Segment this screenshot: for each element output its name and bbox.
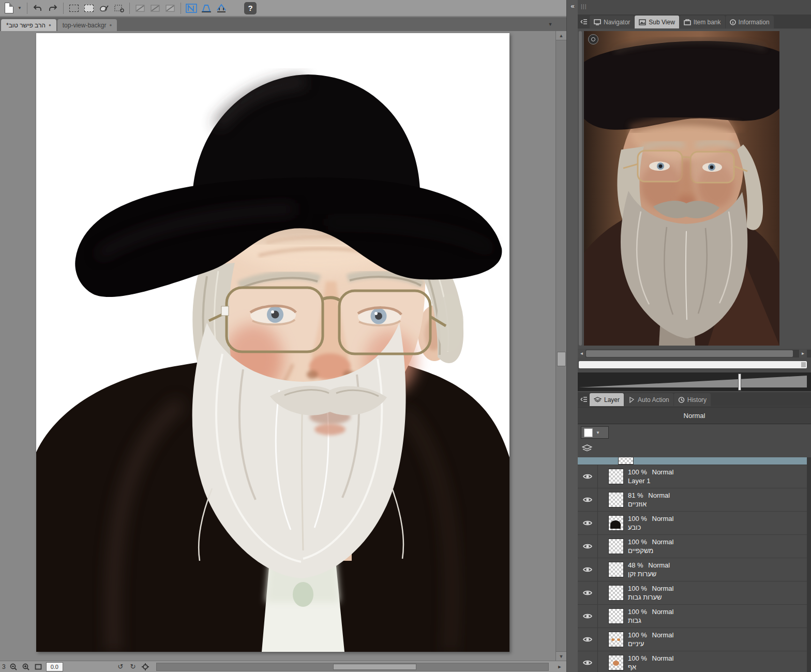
layer-visibility-toggle[interactable] — [578, 628, 598, 651]
scroll-left-button[interactable]: ◄ — [578, 350, 585, 357]
rotation-angle-field[interactable]: 0.0 — [46, 662, 63, 671]
reset-view-button[interactable] — [141, 662, 150, 671]
scroll-right-button[interactable]: ► — [799, 350, 807, 357]
layer-thumbnail[interactable] — [608, 608, 624, 624]
layer-visibility-toggle[interactable] — [578, 558, 598, 581]
layer-row[interactable]: 100 % Normal Layer 1 — [578, 465, 807, 488]
marquee-filled-icon — [84, 5, 94, 12]
layer-blend-mode: Normal — [648, 561, 670, 569]
new-file-dropdown[interactable]: ▼ — [17, 2, 23, 15]
layer-row[interactable]: 81 % Normal אוזניים — [578, 488, 807, 512]
scroll-down-button[interactable]: ▼ — [556, 651, 566, 661]
zoom-in-button[interactable] — [21, 662, 31, 671]
tab-overflow-button[interactable]: ▼ — [546, 20, 555, 29]
layer-name: אוזניים — [628, 500, 670, 509]
scroll-up-button[interactable]: ▲ — [556, 31, 566, 40]
layer-opacity: 100 % — [628, 585, 647, 592]
tab-layer[interactable]: Layer — [590, 393, 624, 406]
rotate-right-button[interactable]: ↻ — [128, 662, 138, 671]
horizontal-scroll-thumb[interactable] — [333, 664, 416, 670]
zoom-slider-handle[interactable] — [738, 374, 741, 391]
layer-visibility-toggle[interactable] — [578, 488, 598, 511]
zoom-out-button[interactable] — [9, 662, 18, 671]
layer-thumbnail[interactable] — [608, 655, 624, 670]
eye-icon — [583, 590, 592, 596]
layer-visibility-toggle[interactable] — [578, 605, 598, 628]
sub-view-panel[interactable] — [578, 29, 811, 349]
snap-to-grid-button[interactable] — [215, 2, 228, 15]
color-swatch — [584, 428, 593, 437]
canvas-horizontal-scrollbar[interactable] — [156, 663, 549, 671]
document-tab-active[interactable]: *הרב פישר טוב ● — [1, 19, 56, 31]
layer-name: עיניים — [628, 639, 673, 648]
panel-divider[interactable]: « — [566, 0, 578, 672]
layer-row[interactable]: 100 % Normal משקפיים — [578, 535, 807, 558]
scroll-right-button[interactable]: ► — [555, 662, 564, 671]
vertical-scroll-thumb[interactable] — [557, 352, 566, 366]
sub-view-vertical-scrollbar[interactable] — [579, 31, 582, 346]
sub-view-rotate-handle[interactable] — [588, 34, 598, 44]
drag-grip-icon[interactable]: ||| — [581, 3, 587, 9]
sub-view-opacity-slider[interactable] — [579, 361, 807, 368]
layer-thumbnail[interactable] — [608, 585, 624, 601]
snap-to-ruler-button[interactable] — [185, 2, 198, 15]
layer-row[interactable]: 100 % Normal שערות גבות — [578, 581, 807, 605]
document-tab-inactive[interactable]: top-view-backgr ● — [57, 19, 117, 31]
undo-button[interactable] — [31, 2, 44, 15]
tab-item-bank[interactable]: Item bank — [680, 16, 725, 28]
snap-to-special-ruler-button[interactable] — [200, 2, 213, 15]
layer-visibility-toggle[interactable] — [578, 581, 598, 604]
triangle-up-icon: ▲ — [559, 33, 564, 38]
deselect-tool[interactable] — [82, 2, 96, 15]
sub-view-scroll-thumb[interactable] — [586, 350, 793, 357]
sub-view-zoom-slider[interactable] — [578, 372, 811, 391]
triangle-right-icon: ► — [801, 351, 805, 356]
layer-thumbnail[interactable] — [608, 562, 624, 577]
layer-row-selected-partial[interactable] — [578, 457, 807, 465]
rotate-left-button[interactable]: ↺ — [116, 662, 125, 671]
layer-list-scrollbar[interactable] — [807, 457, 811, 672]
layer-thumbnail[interactable] — [608, 539, 624, 554]
layer-thumbnail[interactable] — [608, 469, 624, 484]
tab-sub-view[interactable]: Sub View — [635, 16, 679, 28]
zoom-wedge-shape — [579, 375, 807, 388]
fit-to-screen-button[interactable] — [34, 662, 43, 671]
selection-pen-tool[interactable] — [97, 2, 111, 15]
layer-row[interactable]: 100 % Normal עיניים — [578, 628, 807, 651]
layer-row[interactable]: 100 % Normal אף — [578, 651, 807, 672]
eye-icon — [583, 497, 592, 503]
canvas-viewport[interactable]: ▲ ▼ — [0, 31, 566, 661]
canvas-vertical-scrollbar[interactable]: ▲ ▼ — [555, 31, 566, 661]
redo-icon — [48, 4, 58, 12]
sub-view-horizontal-scrollbar[interactable]: ◄ ► — [578, 350, 811, 357]
layer-visibility-toggle[interactable] — [578, 651, 598, 672]
layer-stack-icon[interactable] — [582, 444, 592, 453]
snap-ruler-icon — [186, 4, 197, 13]
layer-row[interactable]: 100 % Normal גבות — [578, 605, 807, 628]
select-rectangle-tool[interactable] — [67, 2, 81, 15]
layer-color-dropdown[interactable]: ▼ — [581, 426, 609, 439]
layer-thumbnail[interactable] — [608, 492, 624, 507]
help-button[interactable]: ? — [244, 2, 257, 14]
layer-thumbnail[interactable] — [608, 515, 624, 531]
tab-information[interactable]: Information — [726, 16, 774, 28]
canvas-page[interactable] — [36, 33, 509, 652]
new-file-button[interactable] — [2, 2, 16, 15]
layer-row[interactable]: 100 % Normal כובע — [578, 512, 807, 535]
transform-selection-tool[interactable] — [112, 2, 126, 15]
reference-photo[interactable] — [584, 31, 779, 346]
tab-auto-action[interactable]: Auto Action — [624, 393, 673, 406]
layer-visibility-toggle[interactable] — [578, 465, 598, 488]
tab-navigator[interactable]: Navigator — [590, 16, 634, 28]
redo-button[interactable] — [46, 2, 59, 15]
collapse-panel-button[interactable]: « — [568, 1, 577, 10]
toolbar-separator — [63, 3, 64, 14]
layer-visibility-toggle[interactable] — [578, 512, 598, 534]
layer-row[interactable]: 48 % Normal שערות זקן — [578, 558, 807, 581]
layer-visibility-toggle[interactable] — [578, 535, 598, 558]
palette-menu-button[interactable] — [579, 394, 589, 405]
layer-thumbnail[interactable] — [608, 632, 624, 647]
tab-history[interactable]: History — [674, 393, 711, 406]
blend-mode-select[interactable]: Normal — [578, 407, 811, 424]
palette-menu-button[interactable] — [579, 17, 589, 27]
